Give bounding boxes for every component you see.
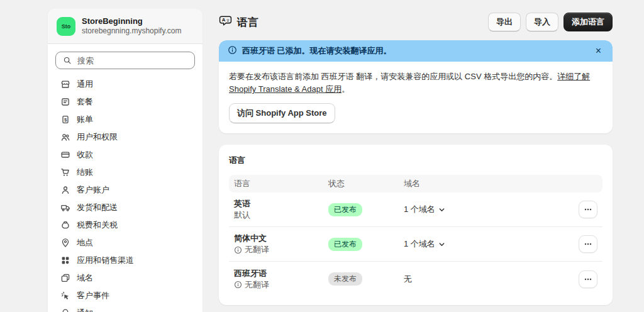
- settings-sidebar: Sto StoreBeginning storebegnning.myshopi…: [48, 9, 203, 312]
- sidebar-item-domains[interactable]: 域名: [55, 269, 195, 287]
- install-card-text: 若要在发布该语言前添加 西班牙语 翻译，请安装兼容的应用或以 CSV 格式导出您…: [229, 70, 602, 96]
- sidebar-item-label: 收款: [77, 149, 93, 160]
- sidebar-item-label: 结账: [77, 167, 93, 178]
- domains-dropdown[interactable]: 1 个域名: [404, 204, 445, 215]
- payments-icon: [60, 150, 70, 160]
- add-language-button[interactable]: 添加语言: [564, 13, 613, 31]
- main-content: A文 语言 导出 导入 添加语言 西班牙语 已添加。现在请安装翻译应用。 × 若…: [219, 9, 613, 312]
- sidebar-item-customer-events[interactable]: 客户事件: [55, 287, 195, 304]
- apps-grid-icon: [60, 255, 70, 265]
- cursor-click-icon: [60, 291, 70, 301]
- sidebar-item-label: 应用和销售渠道: [77, 255, 134, 266]
- languages-card: 语言 语言 状态 域名 英语 默认 已发布 1 个域名 简体中文 无翻译 已发布…: [219, 145, 613, 305]
- column-language: 语言: [234, 178, 328, 189]
- person-icon: [60, 185, 70, 195]
- domains-icon: [60, 273, 70, 283]
- search-icon: [62, 55, 72, 65]
- language-subtitle: 无翻译: [245, 244, 269, 255]
- export-button[interactable]: 导出: [488, 13, 521, 31]
- sidebar-item-label: 套餐: [77, 96, 93, 108]
- info-banner: 西班牙语 已添加。现在请安装翻译应用。 ×: [219, 40, 613, 62]
- visit-app-store-button[interactable]: 访问 Shopify App Store: [229, 103, 335, 123]
- install-card-period: 。: [341, 84, 350, 94]
- info-icon: [234, 246, 242, 254]
- language-name: 简体中文: [234, 233, 328, 244]
- language-name: 英语: [234, 198, 328, 209]
- column-domain: 域名: [404, 178, 572, 189]
- checkout-icon: [60, 167, 70, 177]
- bell-icon: [60, 308, 70, 312]
- sidebar-item-label: 域名: [77, 272, 93, 284]
- info-icon: [234, 281, 242, 289]
- settings-page: Sto StoreBeginning storebegnning.myshopi…: [0, 0, 644, 312]
- store-domain: storebegnning.myshopify.com: [82, 26, 182, 36]
- sidebar-item-plan[interactable]: 套餐: [55, 93, 195, 111]
- more-actions-button[interactable]: [579, 201, 597, 218]
- store-avatar: Sto: [57, 17, 75, 36]
- sidebar-item-payments[interactable]: 收款: [55, 146, 195, 164]
- svg-text:A: A: [222, 17, 226, 23]
- sidebar-item-label: 客户账户: [77, 184, 109, 196]
- sidebar-item-apps-sales-channels[interactable]: 应用和销售渠道: [55, 252, 195, 269]
- language-subtitle: 默认: [234, 209, 250, 221]
- sidebar-item-locations[interactable]: 地点: [55, 234, 195, 252]
- page-title: 语言: [237, 15, 258, 30]
- more-actions-button[interactable]: [579, 270, 597, 288]
- sidebar-item-label: 用户和权限: [77, 131, 118, 143]
- chevron-down-icon: [438, 206, 445, 213]
- table-row-spanish: 西班牙语 无翻译 未发布 无: [229, 262, 602, 296]
- table-body: 英语 默认 已发布 1 个域名 简体中文 无翻译 已发布 1 个域名 西班牙语 …: [229, 192, 602, 296]
- sidebar-item-shipping-delivery[interactable]: 发货和配送: [55, 199, 195, 216]
- sidebar-item-notifications[interactable]: 通知: [55, 304, 195, 312]
- svg-text:文: 文: [226, 18, 230, 23]
- sidebar-item-label: 客户事件: [77, 290, 109, 301]
- plan-icon: [60, 97, 70, 107]
- sidebar-item-label: 税费和关税: [77, 220, 118, 231]
- status-badge: 已发布: [328, 203, 362, 216]
- more-actions-button[interactable]: [579, 235, 597, 253]
- domains-dropdown[interactable]: 1 个域名: [404, 238, 445, 250]
- sidebar-item-label: 通知: [77, 308, 93, 312]
- store-header[interactable]: Sto StoreBeginning storebegnning.myshopi…: [48, 9, 203, 44]
- money-bag-icon: [60, 220, 70, 230]
- location-pin-icon: [60, 238, 70, 248]
- domains-value: 无: [404, 274, 412, 284]
- table-row-english: 英语 默认 已发布 1 个域名: [229, 192, 602, 227]
- banner-message: 西班牙语 已添加。现在请安装翻译应用。: [242, 45, 587, 57]
- status-badge: 未发布: [328, 272, 362, 286]
- sidebar-item-general[interactable]: 通用: [55, 75, 195, 93]
- sidebar-item-checkout[interactable]: 结账: [55, 164, 195, 181]
- sidebar-item-taxes-duties[interactable]: 税费和关税: [55, 216, 195, 234]
- sidebar-item-label: 通用: [77, 79, 93, 90]
- info-icon: [228, 45, 237, 57]
- sidebar-item-label: 发货和配送: [77, 202, 118, 213]
- search-box[interactable]: [55, 52, 195, 69]
- install-translation-card: 西班牙语 已添加。现在请安装翻译应用。 × 若要在发布该语言前添加 西班牙语 翻…: [219, 40, 613, 133]
- settings-menu: 通用套餐$账单用户和权限收款结账客户账户发货和配送税费和关税地点应用和销售渠道域…: [55, 75, 195, 312]
- sidebar-item-label: 地点: [77, 237, 93, 248]
- install-card-body: 若要在发布该语言前添加 西班牙语 翻译，请安装兼容的应用或以 CSV 格式导出您…: [229, 72, 557, 81]
- language-subtitle: 无翻译: [245, 279, 269, 291]
- truck-icon: [60, 203, 70, 213]
- chevron-down-icon: [438, 241, 445, 248]
- store-name: StoreBeginning: [82, 16, 182, 26]
- status-badge: 已发布: [328, 238, 362, 251]
- table-header: 语言 状态 域名: [229, 175, 602, 192]
- page-header: A文 语言 导出 导入 添加语言: [219, 13, 613, 31]
- sidebar-item-billing[interactable]: $账单: [55, 111, 195, 128]
- language-name: 西班牙语: [234, 268, 328, 279]
- table-row-simplified-chinese: 简体中文 无翻译 已发布 1 个域名: [229, 227, 602, 262]
- languages-card-title: 语言: [229, 155, 602, 166]
- import-button[interactable]: 导入: [526, 13, 558, 31]
- billing-icon: $: [60, 114, 70, 125]
- translate-icon: A文: [219, 14, 232, 30]
- search-input[interactable]: [77, 56, 188, 65]
- banner-close-button[interactable]: ×: [592, 45, 605, 57]
- sidebar-item-customer-accounts[interactable]: 客户账户: [55, 181, 195, 199]
- sidebar-item-users-permissions[interactable]: 用户和权限: [55, 128, 195, 146]
- column-status: 状态: [328, 178, 404, 189]
- sidebar-item-label: 账单: [77, 114, 93, 125]
- svg-text:$: $: [64, 117, 67, 123]
- users-icon: [60, 132, 70, 142]
- store-icon: [60, 79, 70, 89]
